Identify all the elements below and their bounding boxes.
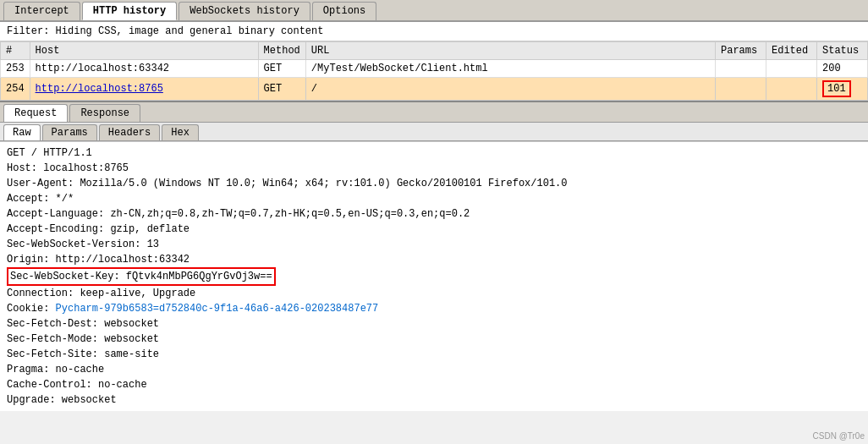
cell-url: /MyTest/WebSocket/Client.html xyxy=(305,60,715,78)
col-header-host: Host xyxy=(30,42,258,60)
request-line: Accept: */* xyxy=(7,191,861,206)
request-line: Sec-Fetch-Dest: websocket xyxy=(7,316,861,332)
history-table: # Host Method URL Params Edited Status 2… xyxy=(0,41,868,101)
request-line: Sec-Fetch-Site: same-site xyxy=(7,347,861,362)
tab-params[interactable]: Params xyxy=(42,124,97,140)
col-header-params: Params xyxy=(716,42,766,60)
tab-headers[interactable]: Headers xyxy=(99,124,160,140)
tab-http-history[interactable]: HTTP history xyxy=(82,2,177,20)
tab-websockets-history[interactable]: WebSockets history xyxy=(179,2,310,20)
request-line: Origin: http://localhost:63342 xyxy=(7,252,861,267)
cell-host: http://localhost:63342 xyxy=(30,60,258,78)
request-line: Accept-Encoding: gzip, deflate xyxy=(7,222,861,237)
filter-bar: Filter: Hiding CSS, image and general bi… xyxy=(0,22,868,41)
col-header-edited: Edited xyxy=(766,42,817,60)
request-line: Cache-Control: no-cache xyxy=(7,377,861,392)
request-line: User-Agent: Mozilla/5.0 (Windows NT 10.0… xyxy=(7,176,861,191)
request-line: Pragma: no-cache xyxy=(7,362,861,377)
request-line: Sec-WebSocket-Key: fQtvk4nMbPG6QgYrGvOj3… xyxy=(7,267,861,286)
request-line: Accept-Language: zh-CN,zh;q=0.8,zh-TW;q=… xyxy=(7,206,861,222)
tab-raw[interactable]: Raw xyxy=(3,124,41,140)
request-line: Cookie: Pycharm-979b6583=d752840c-9f1a-4… xyxy=(7,301,861,316)
col-header-num: # xyxy=(1,42,30,60)
cell-params xyxy=(716,60,766,78)
cell-url: / xyxy=(305,78,715,101)
cell-edited xyxy=(766,78,817,101)
cell-method: GET xyxy=(258,78,305,101)
table-row[interactable]: 253http://localhost:63342GET/MyTest/WebS… xyxy=(1,60,868,78)
request-line: Upgrade: websocket xyxy=(7,392,861,408)
cell-num: 254 xyxy=(1,78,30,101)
cell-status: 200 xyxy=(817,60,868,78)
request-line: Host: localhost:8765 xyxy=(7,161,861,176)
tab-options[interactable]: Options xyxy=(312,2,376,20)
col-header-status: Status xyxy=(817,42,868,60)
tab-hex[interactable]: Hex xyxy=(162,124,199,140)
cell-edited xyxy=(766,60,817,78)
request-content: GET / HTTP/1.1Host: localhost:8765User-A… xyxy=(0,141,868,411)
tab-response[interactable]: Response xyxy=(69,104,140,122)
sub-tab-bar: Raw Params Headers Hex xyxy=(0,123,868,141)
col-header-url: URL xyxy=(305,42,715,60)
cell-status: 101 xyxy=(817,78,868,101)
tab-intercept[interactable]: Intercept xyxy=(3,2,80,20)
cell-method: GET xyxy=(258,60,305,78)
req-tab-bar: Request Response xyxy=(0,101,868,123)
cell-num: 253 xyxy=(1,60,30,78)
cell-host: http://localhost:8765 xyxy=(30,78,258,101)
request-line: Sec-Fetch-Mode: websocket xyxy=(7,332,861,347)
table-row[interactable]: 254http://localhost:8765GET/101 xyxy=(1,78,868,101)
cell-params xyxy=(716,78,766,101)
tab-request[interactable]: Request xyxy=(3,104,68,122)
top-tab-bar: Intercept HTTP history WebSockets histor… xyxy=(0,0,868,22)
request-line: Sec-WebSocket-Version: 13 xyxy=(7,237,861,252)
col-header-method: Method xyxy=(258,42,305,60)
request-line: GET / HTTP/1.1 xyxy=(7,145,861,161)
request-line: Connection: keep-alive, Upgrade xyxy=(7,286,861,301)
